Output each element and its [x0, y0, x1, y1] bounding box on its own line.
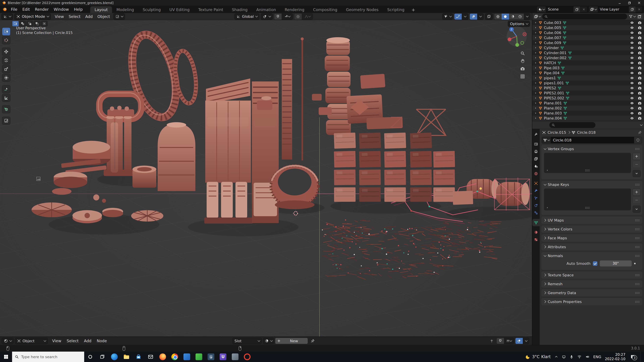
workspace-tab[interactable]: Texture Paint — [194, 6, 228, 13]
object-name[interactable]: Cylinder.001 — [544, 51, 566, 55]
render-visibility-toggle[interactable] — [638, 86, 642, 90]
outliner-row[interactable]: Cube.009 — [532, 40, 644, 45]
shape-key-specials-button[interactable] — [632, 206, 641, 213]
render-visibility-toggle[interactable] — [638, 26, 642, 30]
object-name[interactable]: Plane.002 — [544, 106, 562, 110]
chrome-icon[interactable] — [169, 352, 181, 362]
tab-material[interactable] — [532, 229, 540, 236]
disclosure-triangle-icon[interactable] — [534, 117, 537, 119]
microphone-icon[interactable] — [570, 355, 574, 359]
animate-dot[interactable] — [634, 263, 636, 264]
hide-eye-toggle[interactable] — [630, 66, 634, 70]
disclosure-triangle-icon[interactable] — [534, 92, 537, 94]
tab-constraints[interactable] — [532, 209, 540, 217]
orientation-select[interactable]: Global — [234, 13, 260, 20]
render-visibility-toggle[interactable] — [638, 36, 642, 40]
render-visibility-toggle[interactable] — [638, 91, 642, 95]
hide-eye-toggle[interactable] — [630, 101, 634, 105]
wifi-icon[interactable] — [577, 355, 582, 359]
menu-item[interactable]: File — [8, 6, 20, 13]
render-visibility-toggle[interactable] — [638, 56, 642, 60]
object-name[interactable]: Cube.007 — [544, 36, 561, 40]
outliner-row[interactable]: HATCH — [532, 60, 644, 65]
object-name[interactable]: PIPES2.002 — [544, 96, 564, 100]
viewport-menu-item[interactable]: Select — [66, 14, 83, 19]
outliner-row[interactable]: PIPES2.002 — [532, 95, 644, 100]
select-mode-intersect[interactable] — [41, 21, 48, 26]
shape-keys-list[interactable] — [544, 189, 631, 210]
hide-eye-toggle[interactable] — [630, 36, 634, 40]
shader-overlays-dropdown[interactable] — [523, 338, 529, 344]
outliner-filter-button[interactable] — [629, 14, 635, 18]
new-collection-button[interactable] — [637, 14, 642, 19]
hide-eye-toggle[interactable] — [630, 91, 634, 95]
hide-eye-toggle[interactable] — [630, 111, 634, 115]
rotate-tool[interactable] — [2, 56, 10, 64]
view-layer-remove-button[interactable] — [636, 6, 642, 12]
pivot-point-select[interactable] — [261, 13, 273, 20]
notification-center-button[interactable]: 3 — [629, 353, 637, 361]
object-name[interactable]: pipes1 — [544, 76, 556, 80]
shader-menu-item[interactable]: Select — [64, 338, 81, 344]
viewport-menu-item[interactable]: Object — [95, 14, 112, 19]
outliner-row[interactable]: Cylinder.002 — [532, 55, 644, 60]
tab-particles[interactable] — [532, 194, 540, 202]
hide-eye-toggle[interactable] — [630, 31, 634, 35]
collapsed-panel[interactable]: Texture Space — [541, 271, 642, 279]
pan-hand-icon[interactable] — [519, 58, 526, 64]
edge-icon[interactable] — [108, 352, 120, 362]
add-workspace-button[interactable]: + — [409, 6, 418, 13]
object-name[interactable]: Cylinder.002 — [544, 56, 566, 60]
outliner-row[interactable]: pipes1 — [532, 75, 644, 80]
hide-eye-toggle[interactable] — [630, 86, 634, 90]
search-input[interactable] — [21, 355, 77, 359]
cursor-tool[interactable] — [2, 36, 10, 44]
scale-tool[interactable] — [2, 65, 10, 73]
menu-item[interactable]: Window — [51, 6, 72, 13]
show-overlays-toggle[interactable] — [470, 13, 477, 19]
disclosure-triangle-icon[interactable] — [534, 66, 537, 69]
properties-options-chevron[interactable] — [640, 123, 643, 126]
view-layer-new-button[interactable] — [629, 6, 636, 12]
fake-user-shield-button[interactable] — [634, 137, 642, 143]
shading-solid-button[interactable] — [502, 13, 509, 19]
calculator-icon[interactable] — [205, 352, 217, 362]
hide-eye-toggle[interactable] — [630, 21, 634, 25]
object-name[interactable]: PIPES2 — [544, 86, 556, 90]
tab-modifiers[interactable] — [532, 187, 540, 194]
object-name[interactable]: pipes1.001 — [544, 81, 564, 85]
shader-snap-toggle[interactable] — [496, 338, 504, 344]
outliner-row[interactable]: Plane.001 — [532, 100, 644, 106]
outliner-row[interactable]: Cube.006 — [532, 30, 644, 35]
disclosure-triangle-icon[interactable] — [534, 46, 537, 49]
close-button[interactable] — [634, 0, 644, 6]
render-visibility-toggle[interactable] — [638, 61, 642, 65]
hide-eye-toggle[interactable] — [630, 96, 634, 100]
disclosure-triangle-icon[interactable] — [534, 21, 537, 24]
language-indicator[interactable]: ENG — [593, 355, 601, 359]
maximize-button[interactable] — [624, 0, 634, 6]
annotate-tool[interactable] — [2, 85, 10, 93]
tab-render[interactable] — [532, 140, 540, 148]
outliner-row[interactable]: Cube.007 — [532, 35, 644, 40]
tab-texture[interactable] — [532, 236, 540, 243]
proportional-edit-toggle[interactable] — [294, 13, 302, 19]
object-name[interactable]: Cylinder — [544, 46, 559, 50]
active-tool-corner[interactable] — [2, 117, 10, 125]
render-visibility-toggle[interactable] — [638, 21, 642, 25]
mail-icon[interactable] — [144, 352, 157, 362]
vertex-groups-list[interactable] — [544, 153, 631, 173]
xray-toggle[interactable] — [485, 13, 493, 20]
workspace-tab[interactable]: Compositing — [309, 6, 342, 13]
object-name[interactable]: Pipe.003 — [544, 66, 560, 70]
clock[interactable]: 20:27 2022-02-10 — [605, 353, 626, 361]
select-mode-invert[interactable] — [34, 21, 40, 26]
tab-physics[interactable] — [532, 202, 540, 209]
tab-scene[interactable] — [532, 163, 540, 170]
weather-widget[interactable]: 3°C Klart — [526, 354, 550, 359]
tab-tool[interactable] — [532, 131, 540, 138]
add-cube-tool[interactable] — [2, 105, 10, 113]
shader-menu-item[interactable]: Node — [94, 338, 110, 344]
disclosure-triangle-icon[interactable] — [534, 26, 537, 29]
gray-app-icon[interactable] — [229, 352, 241, 362]
